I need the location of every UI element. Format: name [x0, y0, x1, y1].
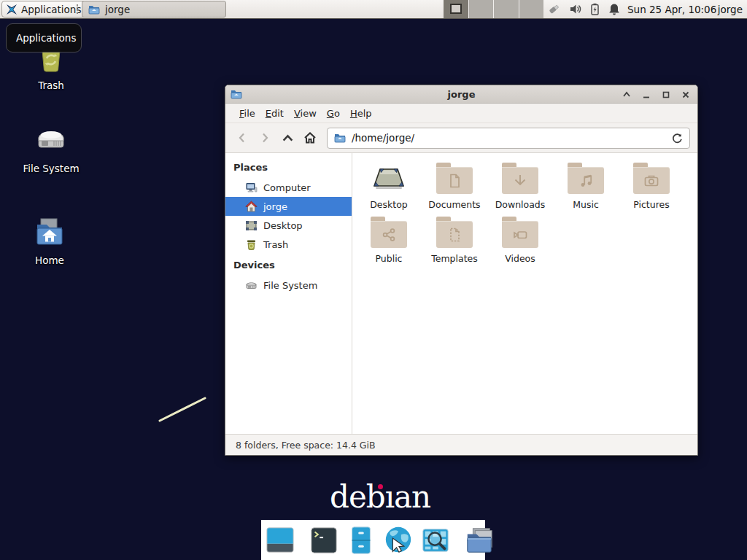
desktop-icon-home[interactable]: Home — [12, 216, 88, 266]
filesystem-drive-icon — [34, 124, 68, 158]
window-titlebar[interactable]: jorge — [225, 85, 697, 104]
sidebar-places-header: Places — [225, 159, 352, 178]
folder-item-desktop[interactable]: Desktop — [356, 163, 422, 210]
desktop-icon — [245, 219, 258, 232]
workspace-window-preview — [450, 4, 462, 14]
menu-help[interactable]: Help — [345, 105, 377, 122]
desktop-icon-file-system[interactable]: File System — [13, 124, 89, 174]
workspace-3[interactable] — [494, 0, 519, 18]
stray-stroke-artifact — [153, 392, 213, 427]
document-glyph-icon — [446, 172, 463, 190]
toolbar: /home/jorge/ — [225, 123, 697, 153]
directory-menu-launcher[interactable] — [464, 524, 495, 556]
desktop-icon-label: Trash — [13, 79, 89, 91]
up-button[interactable] — [278, 128, 297, 147]
sidebar-item-trash[interactable]: Trash — [225, 235, 352, 254]
folder-item-music[interactable]: Music — [553, 163, 619, 210]
terminal-launcher[interactable] — [309, 524, 339, 556]
desktop-icon-label: Home — [12, 254, 88, 266]
trash-icon — [245, 238, 258, 251]
application-finder-launcher[interactable] — [420, 524, 451, 556]
folder-item-templates[interactable]: Templates — [422, 217, 487, 264]
applications-menu-icon — [6, 4, 18, 15]
computer-icon — [245, 182, 258, 194]
folder-item-documents[interactable]: Documents — [422, 163, 487, 210]
dock — [261, 520, 485, 560]
template-document-icon — [446, 226, 463, 244]
shade-button[interactable] — [622, 90, 631, 99]
panel-separator — [77, 4, 78, 14]
folder-item-public[interactable]: Public — [356, 217, 422, 264]
folder-item-downloads[interactable]: Downloads — [487, 163, 553, 210]
show-desktop-button[interactable] — [265, 524, 295, 556]
home-folder-icon — [33, 216, 66, 249]
status-text: 8 folders, Free space: 14.4 GiB — [236, 440, 376, 451]
menu-bar: File Edit View Go Help — [225, 104, 697, 123]
folder-view: Desktop Documents Downloads — [352, 153, 697, 434]
window-folder-icon[interactable] — [231, 88, 242, 100]
file-manager-window: jorge File Edit View Go Help — [225, 85, 698, 456]
status-bar: 8 folders, Free space: 14.4 GiB — [225, 434, 697, 455]
drive-icon — [245, 279, 258, 292]
workspace-2[interactable] — [469, 0, 495, 18]
battery-icon[interactable] — [589, 2, 600, 16]
path-bar[interactable]: /home/jorge/ — [327, 128, 690, 149]
file-manager-launcher[interactable] — [346, 524, 376, 556]
close-button[interactable] — [681, 90, 690, 99]
applications-tooltip: Applications — [6, 23, 82, 52]
share-nodes-icon — [380, 226, 398, 244]
music-notes-icon — [577, 172, 595, 190]
workspace-switcher — [444, 0, 543, 18]
sidebar-item-computer[interactable]: Computer — [225, 178, 352, 197]
workspace-1[interactable] — [444, 0, 469, 18]
back-button[interactable] — [233, 128, 252, 147]
sidebar-item-file-system[interactable]: File System — [225, 276, 352, 295]
debian-logo-red-dot — [378, 484, 383, 489]
desktop-icon-label: File System — [13, 163, 89, 174]
user-home-icon — [245, 201, 258, 213]
notifications-bell-icon[interactable] — [608, 2, 621, 16]
folder-item-videos[interactable]: Videos — [487, 217, 553, 264]
debian-logo: debıan — [330, 481, 420, 513]
path-text: /home/jorge/ — [352, 132, 666, 144]
sidebar-devices-header: Devices — [225, 257, 352, 276]
download-arrow-icon — [511, 172, 529, 190]
home-button[interactable] — [301, 128, 320, 147]
top-panel: Applications jorge — [0, 0, 747, 19]
reload-icon[interactable] — [672, 133, 683, 144]
sidebar-item-jorge[interactable]: jorge — [225, 197, 352, 216]
applications-menu-button[interactable]: Applications — [1, 1, 88, 18]
sidebar: Places Computer jorge — [225, 153, 352, 434]
forward-button[interactable] — [255, 128, 274, 147]
web-browser-launcher[interactable] — [383, 524, 414, 556]
removable-media-icon[interactable] — [547, 2, 561, 16]
desktop-surface-icon — [371, 163, 407, 194]
panel-clock[interactable]: Sun 25 Apr, 10:06 — [627, 0, 716, 18]
camera-icon — [643, 172, 660, 190]
menu-go[interactable]: Go — [322, 105, 345, 122]
taskbar-window-button[interactable]: jorge — [82, 1, 226, 18]
workspace-4[interactable] — [519, 0, 544, 18]
volume-icon[interactable] — [568, 2, 582, 16]
minimize-button[interactable] — [642, 90, 651, 99]
maximize-button[interactable] — [662, 90, 670, 99]
desktop: { "panel": { "applications_label": "Appl… — [0, 0, 747, 560]
folder-item-pictures[interactable]: Pictures — [619, 163, 684, 210]
menu-edit[interactable]: Edit — [260, 105, 289, 122]
system-tray — [547, 0, 621, 18]
task-folder-icon — [88, 4, 100, 15]
path-folder-icon — [334, 132, 346, 144]
menu-file[interactable]: File — [234, 105, 260, 122]
panel-username: jorge — [718, 0, 743, 18]
menu-view[interactable]: View — [289, 105, 322, 122]
video-camera-icon — [511, 226, 529, 244]
sidebar-item-desktop[interactable]: Desktop — [225, 216, 352, 235]
